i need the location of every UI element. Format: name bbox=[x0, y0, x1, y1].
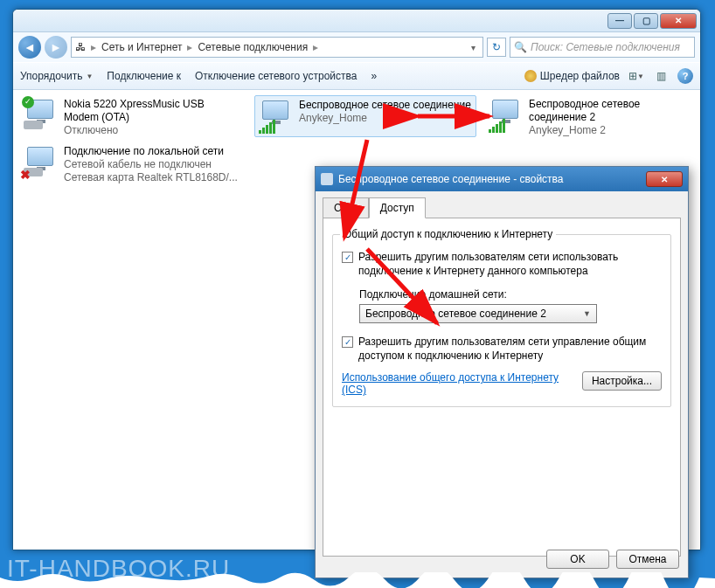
disable-label: Отключение сетевого устройства bbox=[195, 70, 357, 82]
tab-network[interactable]: Сеть bbox=[323, 197, 369, 218]
file-shredder-button[interactable]: Шредер файлов bbox=[524, 70, 620, 82]
network-root-icon: 🖧 bbox=[75, 41, 86, 53]
toolbar-overflow[interactable]: » bbox=[371, 70, 377, 82]
tab-sharing[interactable]: Доступ bbox=[369, 197, 426, 218]
chevron-down-icon: ▼ bbox=[86, 73, 93, 80]
disable-device-button[interactable]: Отключение сетевого устройства bbox=[195, 70, 357, 82]
toolbar: Упорядочить ▼ Подключение к Отключение с… bbox=[13, 62, 700, 90]
connect-label: Подключение к bbox=[107, 70, 181, 82]
properties-dialog: Беспроводное сетевое соединение - свойст… bbox=[315, 166, 689, 578]
preview-pane-button[interactable]: ▥ bbox=[653, 68, 669, 84]
search-icon: 🔍 bbox=[514, 41, 527, 53]
organize-label: Упорядочить bbox=[20, 70, 82, 82]
help-button[interactable]: ? bbox=[677, 68, 693, 84]
home-network-label: Подключение домашней сети: bbox=[359, 288, 662, 301]
chevron-down-icon: ▼ bbox=[583, 309, 591, 318]
connection-adapter: Сетевая карта Realtek RTL8168D/... bbox=[64, 171, 238, 184]
connection-item-selected[interactable]: Беспроводное сетевое соединение Anykey_H… bbox=[254, 95, 476, 137]
connection-title: Подключение по локальной сети bbox=[64, 145, 238, 158]
connection-item[interactable]: ✓ Nokia 5220 XpressMusic USB Modem (OTA)… bbox=[20, 95, 246, 140]
breadcrumb-sep-icon: ▸ bbox=[91, 41, 96, 53]
wifi-icon bbox=[259, 99, 294, 134]
ics-help-link[interactable]: Использование общего доступа к Интернету… bbox=[342, 371, 559, 396]
combo-value: Беспроводное сетевое соединение 2 bbox=[365, 308, 546, 320]
connect-to-button[interactable]: Подключение к bbox=[107, 70, 181, 82]
address-bar[interactable]: 🖧 ▸ Сеть и Интернет ▸ Сетевые подключени… bbox=[71, 37, 483, 58]
dialog-close-button[interactable]: ✕ bbox=[646, 171, 683, 187]
ok-button[interactable]: OK bbox=[546, 550, 609, 569]
tab-strip: Сеть Доступ bbox=[316, 191, 688, 218]
connection-item[interactable]: ✖ Подключение по локальной сети Сетевой … bbox=[20, 142, 246, 187]
connection-title: Беспроводное сетевое соединение bbox=[299, 99, 471, 112]
cancel-button[interactable]: Отмена bbox=[616, 550, 679, 569]
maximize-button[interactable]: ▢ bbox=[634, 13, 658, 29]
organize-menu[interactable]: Упорядочить ▼ bbox=[20, 70, 93, 82]
allow-share-checkbox[interactable]: ✓ bbox=[342, 252, 353, 263]
home-network-combo[interactable]: Беспроводное сетевое соединение 2 ▼ bbox=[359, 304, 597, 323]
connection-title: Nokia 5220 XpressMusic USB Modem (OTA) bbox=[64, 98, 242, 124]
breadcrumb-seg[interactable]: Сеть и Интернет bbox=[101, 41, 182, 53]
lan-icon: ✖ bbox=[24, 145, 59, 180]
connection-status: Сетевой кабель не подключен bbox=[64, 158, 238, 171]
allow-control-label: Разрешить другим пользователям сети упра… bbox=[358, 336, 662, 363]
connection-ssid: Anykey_Home 2 bbox=[529, 124, 691, 137]
modem-icon: ✓ bbox=[24, 98, 59, 133]
forward-button[interactable]: ► bbox=[45, 36, 67, 59]
ics-group: Общий доступ к подключению к Интернету ✓… bbox=[332, 234, 671, 407]
address-dropdown-icon[interactable]: ▾ bbox=[468, 43, 479, 52]
network-icon bbox=[321, 173, 333, 185]
tab-panel: Общий доступ к подключению к Интернету ✓… bbox=[323, 218, 681, 557]
overflow-label: » bbox=[371, 70, 377, 82]
wifi-icon bbox=[489, 98, 524, 133]
shredder-label: Шредер файлов bbox=[540, 70, 620, 82]
connection-item[interactable]: Беспроводное сетевое соединение 2 Anykey… bbox=[485, 95, 695, 140]
search-placeholder: Поиск: Сетевые подключения bbox=[531, 41, 680, 53]
breadcrumb-seg[interactable]: Сетевые подключения bbox=[198, 41, 308, 53]
connection-ssid: Anykey_Home bbox=[299, 112, 471, 125]
nav-bar: ◄ ► 🖧 ▸ Сеть и Интернет ▸ Сетевые подклю… bbox=[13, 32, 700, 62]
group-title: Общий доступ к подключению к Интернету bbox=[340, 228, 556, 240]
search-input[interactable]: 🔍 Поиск: Сетевые подключения bbox=[510, 37, 695, 58]
close-button[interactable]: ✕ bbox=[660, 13, 697, 29]
connection-title: Беспроводное сетевое соединение 2 bbox=[529, 98, 691, 124]
connection-status: Отключено bbox=[64, 124, 242, 137]
breadcrumb-sep-icon: ▸ bbox=[187, 41, 192, 53]
dialog-title: Беспроводное сетевое соединение - свойст… bbox=[338, 173, 564, 185]
shredder-icon bbox=[524, 70, 537, 82]
dialog-buttons: OK Отмена bbox=[546, 550, 679, 569]
allow-control-checkbox[interactable]: ✓ bbox=[342, 336, 353, 348]
settings-button[interactable]: Настройка... bbox=[582, 371, 662, 391]
torn-edge bbox=[0, 572, 715, 588]
refresh-button[interactable]: ↻ bbox=[487, 38, 506, 57]
dialog-titlebar: Беспроводное сетевое соединение - свойст… bbox=[316, 167, 688, 191]
back-button[interactable]: ◄ bbox=[18, 36, 41, 59]
titlebar: — ▢ ✕ bbox=[13, 10, 700, 32]
minimize-button[interactable]: — bbox=[607, 13, 632, 29]
breadcrumb-sep-icon: ▸ bbox=[313, 41, 318, 53]
view-options-button[interactable]: ⊞▼ bbox=[628, 68, 644, 84]
allow-share-label: Разрешить другим пользователям сети испо… bbox=[358, 251, 662, 278]
